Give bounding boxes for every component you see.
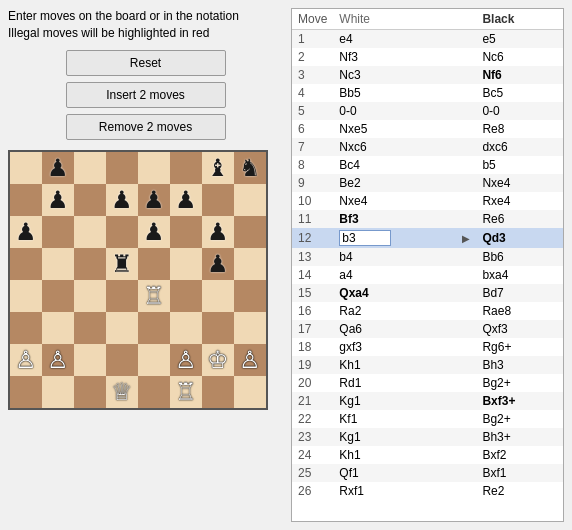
table-row[interactable]: 25Qf1Bxf1 (292, 464, 563, 482)
table-row[interactable]: 22Kf1Bg2+ (292, 410, 563, 428)
cell-4-4[interactable]: ♖ (138, 280, 170, 312)
cell-1-0[interactable] (10, 184, 42, 216)
table-row[interactable]: 11Bf3Re6 (292, 210, 563, 228)
cell-3-6[interactable]: ♟ (202, 248, 234, 280)
cell-2-3[interactable] (106, 216, 138, 248)
cell-1-1[interactable]: ♟ (42, 184, 74, 216)
cell-0-5[interactable] (170, 152, 202, 184)
cell-3-3[interactable]: ♜ (106, 248, 138, 280)
moves-table-wrapper[interactable]: Move White Black 1e4e52Nf3Nc63Nc3Nf64Bb5… (292, 9, 563, 521)
cell-1-2[interactable] (74, 184, 106, 216)
cell-5-4[interactable] (138, 312, 170, 344)
insert-button[interactable]: Insert 2 moves (66, 82, 226, 108)
cell-1-6[interactable] (202, 184, 234, 216)
cell-6-4[interactable] (138, 344, 170, 376)
cell-2-5[interactable] (170, 216, 202, 248)
cell-1-7[interactable] (234, 184, 266, 216)
table-row[interactable]: 2Nf3Nc6 (292, 48, 563, 66)
cell-2-0[interactable]: ♟ (10, 216, 42, 248)
cell-3-5[interactable] (170, 248, 202, 280)
cell-7-2[interactable] (74, 376, 106, 408)
cell-3-7[interactable] (234, 248, 266, 280)
cell-2-2[interactable] (74, 216, 106, 248)
table-row[interactable]: 9Be2Nxe4 (292, 174, 563, 192)
table-row[interactable]: 8Bc4b5 (292, 156, 563, 174)
reset-button[interactable]: Reset (66, 50, 226, 76)
table-row[interactable]: 13b4Bb6 (292, 248, 563, 266)
cell-7-7[interactable] (234, 376, 266, 408)
table-row[interactable]: 1e4e5 (292, 30, 563, 49)
table-row[interactable]: 18gxf3Rg6+ (292, 338, 563, 356)
cell-7-4[interactable] (138, 376, 170, 408)
cell-5-0[interactable] (10, 312, 42, 344)
chess-board[interactable]: ♟♝♞♟♟♟♟♟♟♟♜♟♖♙♙♙♔♙♕♖ (10, 152, 266, 408)
cell-6-3[interactable] (106, 344, 138, 376)
cell-6-5[interactable]: ♙ (170, 344, 202, 376)
cell-0-3[interactable] (106, 152, 138, 184)
cell-2-4[interactable]: ♟ (138, 216, 170, 248)
white-move[interactable] (333, 228, 456, 248)
cell-4-0[interactable] (10, 280, 42, 312)
cell-4-1[interactable] (42, 280, 74, 312)
cell-0-2[interactable] (74, 152, 106, 184)
cell-0-6[interactable]: ♝ (202, 152, 234, 184)
table-row[interactable]: 50-00-0 (292, 102, 563, 120)
cell-5-2[interactable] (74, 312, 106, 344)
cell-5-5[interactable] (170, 312, 202, 344)
cell-3-2[interactable] (74, 248, 106, 280)
table-row[interactable]: 23Kg1Bh3+ (292, 428, 563, 446)
table-row[interactable]: 19Kh1Bh3 (292, 356, 563, 374)
cell-3-0[interactable] (10, 248, 42, 280)
table-row[interactable]: 4Bb5Bc5 (292, 84, 563, 102)
cell-0-7[interactable]: ♞ (234, 152, 266, 184)
cell-1-5[interactable]: ♟ (170, 184, 202, 216)
cell-5-7[interactable] (234, 312, 266, 344)
cell-4-6[interactable] (202, 280, 234, 312)
table-row[interactable]: 20Rd1Bg2+ (292, 374, 563, 392)
cell-5-1[interactable] (42, 312, 74, 344)
table-row[interactable]: 17Qa6Qxf3 (292, 320, 563, 338)
table-row[interactable]: 21Kg1Bxf3+ (292, 392, 563, 410)
cell-0-1[interactable]: ♟ (42, 152, 74, 184)
row-arrow: ▶ (456, 228, 476, 248)
cell-1-3[interactable]: ♟ (106, 184, 138, 216)
cell-0-4[interactable] (138, 152, 170, 184)
table-row[interactable]: 3Nc3Nf6 (292, 66, 563, 84)
black-move: bxa4 (476, 266, 563, 284)
black-move: Bc5 (476, 84, 563, 102)
cell-4-3[interactable] (106, 280, 138, 312)
table-row[interactable]: 7Nxc6dxc6 (292, 138, 563, 156)
table-row[interactable]: 14a4bxa4 (292, 266, 563, 284)
cell-1-4[interactable]: ♟ (138, 184, 170, 216)
cell-0-0[interactable] (10, 152, 42, 184)
cell-5-3[interactable] (106, 312, 138, 344)
cell-3-1[interactable] (42, 248, 74, 280)
cell-4-2[interactable] (74, 280, 106, 312)
table-row[interactable]: 10Nxe4Rxe4 (292, 192, 563, 210)
table-row[interactable]: 16Ra2Rae8 (292, 302, 563, 320)
cell-5-6[interactable] (202, 312, 234, 344)
cell-4-7[interactable] (234, 280, 266, 312)
cell-6-7[interactable]: ♙ (234, 344, 266, 376)
remove-button[interactable]: Remove 2 moves (66, 114, 226, 140)
cell-6-6[interactable]: ♔ (202, 344, 234, 376)
table-row[interactable]: 12▶Qd3 (292, 228, 563, 248)
table-row[interactable]: 6Nxe5Re8 (292, 120, 563, 138)
move-input[interactable] (339, 230, 391, 246)
cell-6-0[interactable]: ♙ (10, 344, 42, 376)
cell-6-2[interactable] (74, 344, 106, 376)
cell-7-0[interactable] (10, 376, 42, 408)
cell-2-7[interactable] (234, 216, 266, 248)
table-row[interactable]: 24Kh1Bxf2 (292, 446, 563, 464)
table-row[interactable]: 15Qxa4Bd7 (292, 284, 563, 302)
cell-7-3[interactable]: ♕ (106, 376, 138, 408)
cell-7-6[interactable] (202, 376, 234, 408)
cell-7-1[interactable] (42, 376, 74, 408)
cell-7-5[interactable]: ♖ (170, 376, 202, 408)
cell-2-1[interactable] (42, 216, 74, 248)
cell-6-1[interactable]: ♙ (42, 344, 74, 376)
cell-3-4[interactable] (138, 248, 170, 280)
table-row[interactable]: 26Rxf1Re2 (292, 482, 563, 500)
cell-4-5[interactable] (170, 280, 202, 312)
cell-2-6[interactable]: ♟ (202, 216, 234, 248)
